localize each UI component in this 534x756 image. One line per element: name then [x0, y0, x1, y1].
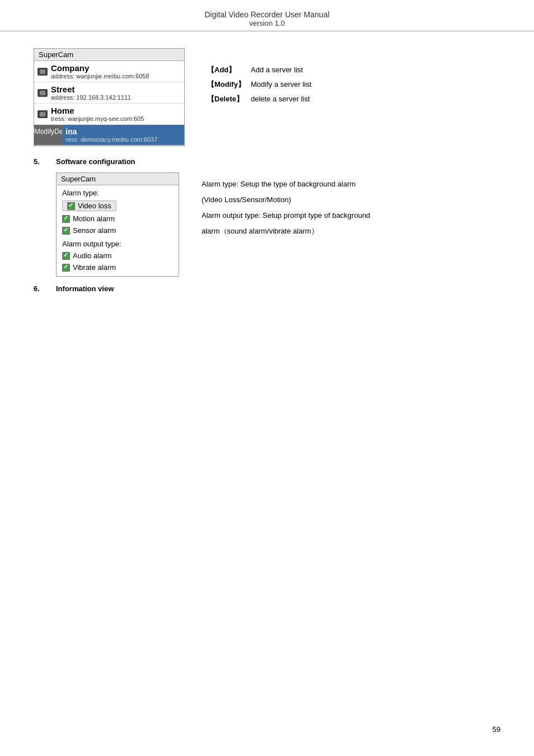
- desc-line2: (Video Loss/Sensor/Motion): [202, 194, 370, 206]
- home-address: tress: wanjunjie.myq-see.com:605: [51, 115, 180, 122]
- company-name: Company: [51, 63, 180, 73]
- legend-modify-desc: Modify a server list: [251, 80, 311, 88]
- section5-title: Software configuration: [56, 157, 135, 166]
- motion-alarm-checkbox: [62, 215, 70, 223]
- selected-server-item[interactable]: ina ress: democracy.meibu.com:6037: [62, 125, 184, 145]
- legend-delete: 【Delete】 delete a server list: [207, 94, 311, 104]
- section6-number: 6.: [34, 284, 45, 293]
- list-item[interactable]: Company address: wanjunjie.meibu.com:605…: [34, 61, 184, 82]
- header-version: version 1.0: [0, 19, 534, 27]
- action-buttons: Add Modify Delete: [34, 125, 62, 145]
- page-header: Digital Video Recorder User Manual versi…: [0, 0, 534, 31]
- camera-icon: [38, 89, 48, 97]
- modify-button[interactable]: Modify: [35, 128, 54, 136]
- legend-modify-key: 【Modify】: [207, 80, 246, 90]
- page-number: 59: [493, 725, 500, 734]
- company-address: address: wanjunjie.meibu.com:6058: [51, 73, 180, 80]
- section5-number: 5.: [34, 157, 45, 166]
- vibrate-alarm-checkbox: [62, 264, 70, 272]
- section6-header: 6. Information view: [34, 284, 500, 293]
- alarm-output-label: Alarm output type:: [57, 236, 179, 250]
- camera-icon: [38, 110, 48, 118]
- sensor-alarm-item[interactable]: Sensor alarm: [57, 225, 179, 236]
- alarm-type-label: Alarm type:: [57, 185, 179, 199]
- header-title: Digital Video Recorder User Manual: [0, 10, 534, 19]
- panel2-title: SuperCam: [57, 173, 179, 185]
- legend-modify: 【Modify】 Modify a server list: [207, 80, 311, 90]
- legend-add-key: 【Add】: [207, 65, 246, 75]
- video-loss-checkbox: [67, 202, 75, 210]
- audio-alarm-label: Audio alarm: [73, 251, 111, 260]
- selected-item-name: ina: [65, 127, 181, 136]
- desc-line4: alarm（sound alarm/vibrate alarm）: [202, 225, 370, 237]
- list-item[interactable]: Home tress: wanjunjie.myq-see.com:605: [34, 104, 184, 125]
- legend-area: 【Add】 Add a server list 【Modify】 Modify …: [207, 48, 311, 109]
- sensor-alarm-label: Sensor alarm: [73, 226, 116, 235]
- supercam-server-panel: SuperCam Company address: wanjunjie.meib…: [34, 48, 185, 146]
- street-address: address: 192.168.3.142:1111: [51, 94, 180, 101]
- vibrate-alarm-label: Vibrate alarm: [73, 263, 116, 272]
- home-name: Home: [51, 106, 180, 115]
- panel-action-row: Add Modify Delete ina ress: democracy.me…: [34, 125, 184, 146]
- selected-item-addr: ress: democracy.meibu.com:6037: [65, 136, 181, 143]
- video-loss-item[interactable]: Video loss: [57, 199, 179, 213]
- camera-icon: [38, 68, 48, 76]
- section4-area: SuperCam Company address: wanjunjie.meib…: [34, 48, 500, 146]
- audio-alarm-checkbox: [62, 252, 70, 260]
- motion-alarm-label: Motion alarm: [73, 214, 115, 223]
- section5-content: SuperCam Alarm type: Video loss Motion a…: [56, 172, 500, 277]
- panel1-title: SuperCam: [34, 49, 184, 61]
- legend-add-desc: Add a server list: [251, 66, 303, 74]
- list-item[interactable]: Street address: 192.168.3.142:1111: [34, 82, 184, 104]
- legend-delete-desc: delete a server list: [251, 95, 310, 103]
- section5-description: Alarm type: Setup the type of background…: [202, 172, 370, 241]
- motion-alarm-item[interactable]: Motion alarm: [57, 213, 179, 225]
- add-button[interactable]: Add: [22, 127, 34, 134]
- desc-line3: Alarm output type: Setup prompt type of …: [202, 209, 370, 222]
- sensor-alarm-checkbox: [62, 227, 70, 235]
- audio-alarm-item[interactable]: Audio alarm: [57, 250, 179, 262]
- legend-delete-key: 【Delete】: [207, 94, 246, 104]
- section6-title: Information view: [56, 284, 114, 293]
- street-name: Street: [51, 85, 180, 94]
- legend-add: 【Add】 Add a server list: [207, 65, 311, 75]
- software-config-panel: SuperCam Alarm type: Video loss Motion a…: [56, 172, 179, 277]
- video-loss-label: Video loss: [78, 202, 111, 210]
- desc-line1: Alarm type: Setup the type of background…: [202, 178, 370, 190]
- section5-header: 5. Software configuration: [34, 157, 500, 166]
- vibrate-alarm-item[interactable]: Vibrate alarm: [57, 262, 179, 276]
